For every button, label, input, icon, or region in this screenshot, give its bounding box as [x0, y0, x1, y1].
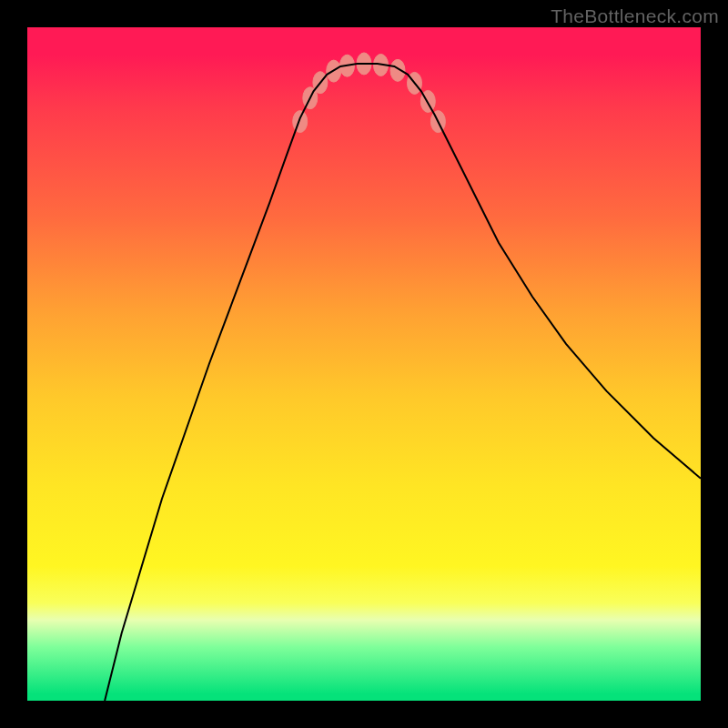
bottleneck-curve: [105, 64, 701, 701]
curve-layer: [27, 27, 701, 701]
watermark-text: TheBottleneck.com: [551, 5, 719, 27]
plot-area: [27, 27, 701, 701]
marker-0: [293, 111, 308, 133]
chart-container: TheBottleneck.com: [0, 0, 728, 728]
